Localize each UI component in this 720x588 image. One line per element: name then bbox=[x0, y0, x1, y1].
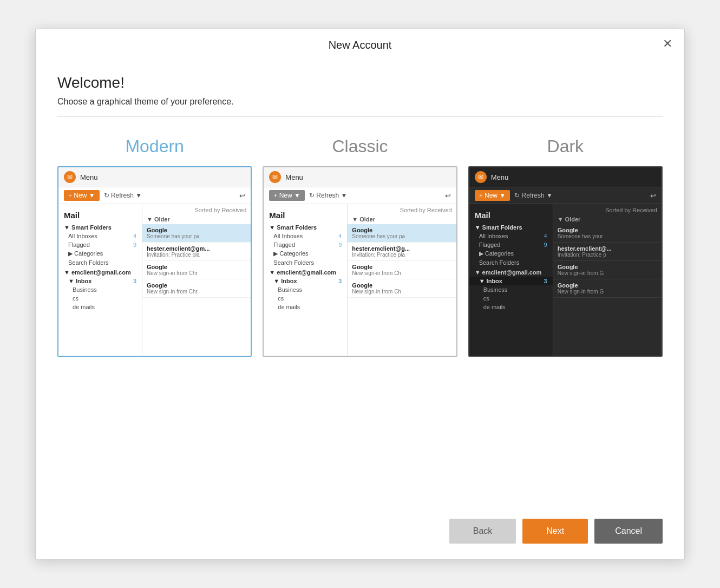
classic-toolbar: + New ▼ ↻ Refresh ▼ ↩ bbox=[264, 187, 456, 204]
modern-topbar: ✉ Menu bbox=[58, 167, 251, 187]
classic-topbar: ✉ Menu bbox=[264, 167, 456, 187]
dark-de-mails: de mails bbox=[469, 303, 553, 311]
dark-all-inboxes: All Inboxes 4 bbox=[469, 232, 553, 240]
theme-modern-preview[interactable]: ✉ Menu + New ▼ ↻ Refresh ▼ ↩ Mail bbox=[57, 166, 252, 357]
classic-content: Mail ▼ Smart Folders All Inboxes 4 Flagg… bbox=[264, 204, 456, 356]
dialog: New Account ✕ Welcome! Choose a graphica… bbox=[35, 29, 685, 559]
modern-sidebar: Mail ▼ Smart Folders All Inboxes 4 Flagg… bbox=[58, 204, 142, 356]
modern-group-older: ▼ Older bbox=[142, 214, 251, 224]
dialog-header: New Account ✕ bbox=[36, 29, 684, 59]
modern-mail-1[interactable]: hester.emclient@gm... Invitation: Practi… bbox=[142, 243, 251, 261]
theme-modern[interactable]: Modern ✉ Menu + New ▼ ↻ Refresh ▼ ↩ bbox=[57, 136, 252, 357]
classic-sidebar: Mail ▼ Smart Folders All Inboxes 4 Flagg… bbox=[264, 204, 348, 356]
theme-classic-preview[interactable]: ✉ Menu + New ▼ ↻ Refresh ▼ ↩ Mail ▼ Smar… bbox=[263, 166, 457, 357]
classic-flagged: Flagged 9 bbox=[264, 240, 347, 249]
modern-smart-folders: ▼ Smart Folders bbox=[58, 223, 142, 232]
dark-topbar: ✉ Menu bbox=[469, 167, 662, 187]
classic-categories: ▶ Categories bbox=[264, 249, 347, 258]
classic-refresh-btn[interactable]: ↻ Refresh ▼ bbox=[309, 192, 348, 199]
classic-smart-folders: ▼ Smart Folders bbox=[264, 223, 347, 232]
dark-search-folders: Search Folders bbox=[469, 258, 553, 267]
dark-business: Business bbox=[469, 285, 553, 294]
classic-business: Business bbox=[264, 285, 347, 294]
cancel-button[interactable]: Cancel bbox=[594, 519, 663, 544]
classic-all-inboxes: All Inboxes 4 bbox=[264, 232, 347, 240]
modern-menu: Menu bbox=[80, 173, 98, 181]
modern-back-arrow: ↩ bbox=[239, 192, 245, 200]
dark-cs: cs bbox=[469, 294, 553, 303]
dark-mail-0[interactable]: Google Someone has your bbox=[553, 224, 662, 243]
modern-all-inboxes: All Inboxes 4 bbox=[58, 232, 142, 240]
back-button[interactable]: Back bbox=[449, 519, 516, 544]
classic-group-older: ▼ Older bbox=[348, 214, 456, 224]
theme-dark-preview[interactable]: ✉ Menu + New ▼ ↻ Refresh ▼ ↩ Mail ▼ Smar… bbox=[468, 166, 663, 357]
dark-flagged: Flagged 9 bbox=[469, 240, 553, 249]
classic-menu: Menu bbox=[285, 173, 303, 181]
dark-refresh-btn[interactable]: ↻ Refresh ▼ bbox=[514, 192, 553, 199]
welcome-heading: Welcome! bbox=[57, 74, 663, 92]
classic-account: ▼ emclient@gmail.com bbox=[264, 267, 347, 277]
classic-mail-2[interactable]: Google New sign-in from Ch bbox=[348, 261, 456, 279]
modern-sorted-by: Sorted by Received bbox=[142, 204, 251, 214]
classic-mail-label: Mail bbox=[264, 208, 347, 223]
modern-business: Business bbox=[58, 285, 142, 294]
dark-menu: Menu bbox=[491, 173, 509, 181]
classic-mail-1[interactable]: hester.emclient@g... Invitation: Practic… bbox=[348, 243, 456, 261]
classic-new-btn[interactable]: + New ▼ bbox=[269, 190, 305, 201]
close-button[interactable]: ✕ bbox=[663, 38, 672, 50]
modern-account: ▼ emclient@gmail.com bbox=[58, 267, 142, 277]
dark-group-older: ▼ Older bbox=[553, 214, 662, 224]
modern-maillist: Sorted by Received ▼ Older Google Someon… bbox=[142, 204, 251, 356]
modern-refresh-btn[interactable]: ↻ Refresh ▼ bbox=[104, 192, 142, 199]
dialog-body: Welcome! Choose a graphical theme of you… bbox=[36, 59, 684, 504]
dark-sorted-by: Sorted by Received bbox=[553, 204, 662, 214]
dark-account: ▼ emclient@gmail.com bbox=[469, 267, 553, 277]
dark-new-btn[interactable]: + New ▼ bbox=[475, 190, 510, 201]
dark-content: Mail ▼ Smart Folders All Inboxes 4 Flagg… bbox=[469, 204, 662, 356]
dark-mail-1[interactable]: hester.emclient@... Invitation: Practice… bbox=[553, 243, 662, 261]
classic-mail-3[interactable]: Google New sign-in from Ch bbox=[348, 279, 456, 298]
dark-inbox: ▼ Inbox 3 bbox=[469, 277, 553, 285]
theme-dark[interactable]: Dark ✉ Menu + New ▼ ↻ Refresh ▼ ↩ Ma bbox=[468, 136, 663, 357]
modern-flagged: Flagged 9 bbox=[58, 240, 142, 249]
dialog-title: New Account bbox=[329, 39, 392, 51]
dark-categories: ▶ Categories bbox=[469, 249, 553, 258]
next-button[interactable]: Next bbox=[522, 519, 588, 544]
modern-toolbar: + New ▼ ↻ Refresh ▼ ↩ bbox=[58, 187, 251, 204]
dialog-footer: Back Next Cancel bbox=[36, 504, 684, 559]
dark-sidebar: Mail ▼ Smart Folders All Inboxes 4 Flagg… bbox=[469, 204, 553, 356]
classic-cs: cs bbox=[264, 294, 347, 303]
welcome-subtitle: Choose a graphical theme of your prefere… bbox=[57, 97, 663, 107]
classic-back-arrow: ↩ bbox=[445, 192, 451, 200]
modern-app-icon: ✉ bbox=[64, 171, 76, 183]
classic-inbox: ▼ Inbox 3 bbox=[264, 277, 347, 285]
classic-maillist: Sorted by Received ▼ Older Google Someon… bbox=[348, 204, 456, 356]
theme-classic[interactable]: Classic ✉ Menu + New ▼ ↻ Refresh ▼ ↩ bbox=[263, 136, 457, 357]
modern-new-btn[interactable]: + New ▼ bbox=[64, 190, 100, 201]
modern-content: Mail ▼ Smart Folders All Inboxes 4 Flagg… bbox=[58, 204, 251, 356]
modern-de-mails: de mails bbox=[58, 303, 142, 311]
classic-sorted-by: Sorted by Received bbox=[348, 204, 456, 214]
modern-inbox: ▼ Inbox 3 bbox=[58, 277, 142, 285]
modern-mail-label: Mail bbox=[58, 208, 142, 223]
themes-row: Modern ✉ Menu + New ▼ ↻ Refresh ▼ ↩ bbox=[57, 136, 663, 357]
modern-mail-0[interactable]: Google Someone has your pa bbox=[142, 224, 251, 243]
dark-mail-2[interactable]: Google New sign-in from G bbox=[553, 261, 662, 279]
modern-mail-2[interactable]: Google New sign-in from Chr bbox=[142, 261, 251, 279]
dark-back-arrow: ↩ bbox=[650, 192, 656, 200]
classic-de-mails: de mails bbox=[264, 303, 347, 311]
classic-app-icon: ✉ bbox=[269, 171, 281, 183]
classic-search-folders: Search Folders bbox=[264, 258, 347, 267]
modern-cs: cs bbox=[58, 294, 142, 303]
dark-mail-label: Mail bbox=[469, 208, 553, 223]
dark-app-icon: ✉ bbox=[475, 171, 487, 183]
divider bbox=[57, 116, 663, 117]
dark-toolbar: + New ▼ ↻ Refresh ▼ ↩ bbox=[469, 187, 662, 204]
modern-mail-3[interactable]: Google New sign-in from Chr bbox=[142, 279, 251, 298]
theme-modern-label: Modern bbox=[125, 136, 184, 156]
dark-mail-3[interactable]: Google New sign-in from G bbox=[553, 279, 662, 298]
theme-dark-label: Dark bbox=[547, 136, 584, 156]
dark-smart-folders: ▼ Smart Folders bbox=[469, 223, 553, 232]
modern-search-folders: Search Folders bbox=[58, 258, 142, 267]
classic-mail-0[interactable]: Google Someone has your pa bbox=[348, 224, 456, 243]
